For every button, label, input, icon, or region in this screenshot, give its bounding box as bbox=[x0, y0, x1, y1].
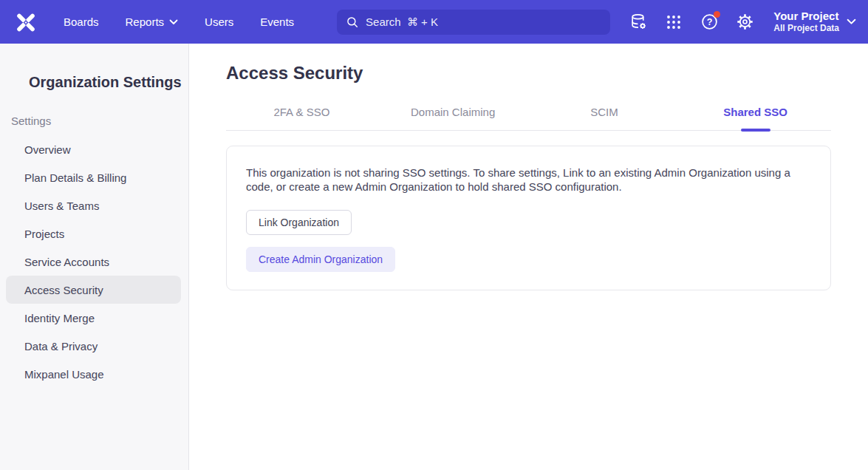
sidebar-item-mixpanel-usage[interactable]: Mixpanel Usage bbox=[0, 360, 188, 388]
tab-label: Shared SSO bbox=[723, 106, 787, 118]
sidebar-item-data-privacy[interactable]: Data & Privacy bbox=[0, 332, 188, 360]
nav-item-label: Events bbox=[260, 16, 294, 28]
sidebar-item-access-security[interactable]: Access Security bbox=[6, 276, 181, 304]
nav-item-label: Reports bbox=[126, 16, 165, 28]
sidebar-item-overview[interactable]: Overview bbox=[0, 135, 188, 163]
nav-item-users[interactable]: Users bbox=[205, 16, 233, 28]
shared-sso-description: This organization is not sharing SSO set… bbox=[246, 166, 811, 194]
sidebar-list: Overview Plan Details & Billing Users & … bbox=[0, 135, 188, 388]
shared-sso-card: This organization is not sharing SSO set… bbox=[226, 146, 831, 290]
tab-shared-sso[interactable]: Shared SSO bbox=[680, 106, 831, 130]
main-content: Access Security 2FA & SSO Domain Claimin… bbox=[189, 44, 868, 470]
project-data-view: All Project Data bbox=[773, 23, 839, 34]
settings-sidebar: Organization Settings Settings Overview … bbox=[0, 44, 189, 470]
create-admin-organization-button[interactable]: Create Admin Organization bbox=[246, 247, 395, 272]
data-management-icon[interactable] bbox=[629, 13, 648, 32]
tab-bar: 2FA & SSO Domain Claiming SCIM Shared SS… bbox=[226, 106, 831, 131]
tab-label: SCIM bbox=[590, 106, 618, 118]
primary-nav: Boards Reports Users Events bbox=[64, 16, 321, 28]
global-search[interactable] bbox=[337, 10, 610, 35]
nav-item-boards[interactable]: Boards bbox=[64, 16, 99, 28]
help-icon[interactable]: ? bbox=[700, 13, 719, 32]
sidebar-item-service-accounts[interactable]: Service Accounts bbox=[0, 248, 188, 276]
apps-grid-icon[interactable] bbox=[664, 13, 683, 32]
nav-item-events[interactable]: Events bbox=[260, 16, 294, 28]
top-navbar: Boards Reports Users Events bbox=[0, 0, 868, 44]
sidebar-item-projects[interactable]: Projects bbox=[0, 219, 188, 248]
search-input[interactable] bbox=[366, 16, 601, 28]
tab-domain-claiming[interactable]: Domain Claiming bbox=[377, 106, 529, 130]
page-title: Access Security bbox=[226, 61, 831, 85]
project-name: Your Project bbox=[773, 10, 839, 23]
sidebar-item-plan-details-billing[interactable]: Plan Details & Billing bbox=[0, 163, 188, 191]
tab-scim[interactable]: SCIM bbox=[529, 106, 680, 130]
svg-text:?: ? bbox=[706, 17, 712, 27]
settings-gear-icon[interactable] bbox=[735, 13, 754, 32]
sidebar-section-label: Settings bbox=[0, 115, 188, 129]
notification-dot bbox=[714, 11, 720, 18]
tab-label: 2FA & SSO bbox=[273, 106, 329, 118]
tab-label: Domain Claiming bbox=[411, 106, 495, 118]
nav-item-label: Boards bbox=[64, 16, 99, 28]
sidebar-item-users-teams[interactable]: Users & Teams bbox=[0, 191, 188, 219]
search-icon bbox=[346, 16, 359, 29]
navbar-right: ? Your Project All Project Data bbox=[612, 10, 856, 34]
sidebar-item-identity-merge[interactable]: Identity Merge bbox=[0, 304, 188, 332]
link-organization-button[interactable]: Link Organization bbox=[246, 210, 352, 235]
tab-2fa-sso[interactable]: 2FA & SSO bbox=[226, 106, 377, 130]
project-switcher[interactable]: Your Project All Project Data bbox=[773, 10, 856, 34]
active-tab-indicator bbox=[741, 129, 770, 132]
nav-item-reports[interactable]: Reports bbox=[126, 16, 179, 28]
chevron-down-icon bbox=[847, 18, 856, 25]
nav-item-label: Users bbox=[205, 16, 233, 28]
sidebar-title: Organization Settings bbox=[0, 72, 188, 92]
mixpanel-logo[interactable] bbox=[15, 11, 37, 33]
chevron-down-icon bbox=[169, 19, 178, 25]
